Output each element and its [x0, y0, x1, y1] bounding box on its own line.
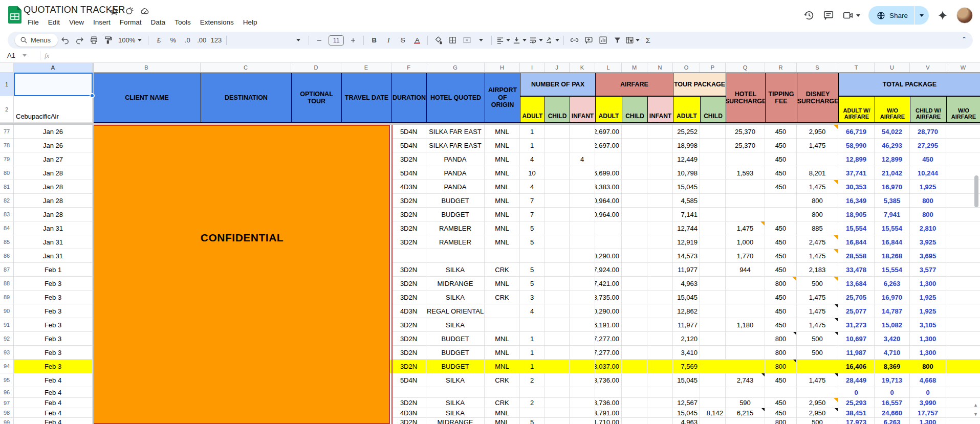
cell-U80[interactable]: 21,042 [875, 166, 910, 180]
cell-H82[interactable]: MNL [485, 194, 520, 208]
cell-A93[interactable]: Feb 3 [14, 346, 93, 360]
cell-A80[interactable]: Jan 28 [14, 166, 93, 180]
cell-L96[interactable] [595, 387, 622, 398]
cell-U93[interactable]: 4,710 [875, 346, 910, 360]
cell-T84[interactable]: 15,554 [838, 221, 875, 235]
menu-extensions[interactable]: Extensions [196, 17, 238, 28]
cell-P85[interactable] [700, 235, 726, 249]
cell-Q79[interactable] [726, 152, 765, 166]
cell-J97[interactable] [545, 398, 570, 408]
cell-T95[interactable]: 28,449 [838, 373, 875, 387]
cell-M85[interactable] [622, 235, 647, 249]
cell-W90[interactable] [946, 304, 980, 318]
cell-K83[interactable] [570, 208, 595, 221]
row-header-86[interactable]: 86 [0, 249, 14, 263]
cell-P81[interactable] [700, 180, 726, 194]
cell-J86[interactable] [545, 249, 570, 263]
approval-status-icon[interactable] [125, 7, 134, 16]
cell-H95[interactable]: CRK [485, 373, 520, 387]
cell-F84[interactable]: 3D2N [391, 221, 426, 235]
cell-N88[interactable] [647, 277, 673, 291]
cell-T90[interactable]: 25,077 [838, 304, 875, 318]
cell-V94[interactable]: 800 [910, 360, 946, 373]
cell-I93[interactable]: 1 [520, 346, 545, 360]
confidential-overlay-shape[interactable] [93, 125, 390, 424]
cell-M84[interactable] [622, 221, 647, 235]
cell-J79[interactable] [545, 152, 570, 166]
cell-P83[interactable] [700, 208, 726, 221]
cell-A90[interactable]: Feb 3 [14, 304, 93, 318]
cell-L97[interactable]: 8,736.00 [595, 398, 622, 408]
cell-J94[interactable] [545, 360, 570, 373]
cell-P86[interactable] [700, 249, 726, 263]
cell-F79[interactable]: 3D2N [391, 152, 426, 166]
share-dropdown[interactable] [914, 6, 929, 25]
row-header-97[interactable]: 97 [0, 398, 14, 408]
text-rotation-button[interactable] [545, 34, 559, 47]
cell-S85[interactable]: 2,475 [797, 235, 838, 249]
cell-N83[interactable] [647, 208, 673, 221]
row-header-91[interactable]: 91 [0, 318, 14, 332]
cell-U94[interactable]: 8,369 [875, 360, 910, 373]
cell-A81[interactable]: Jan 28 [14, 180, 93, 194]
cell-J90[interactable] [545, 304, 570, 318]
italic-button[interactable]: I [382, 34, 395, 47]
merge-caret[interactable] [475, 34, 487, 47]
cell-F93[interactable]: 3D2N [391, 346, 426, 360]
print-button[interactable] [88, 34, 100, 47]
cell-R78[interactable]: 450 [765, 139, 797, 152]
cell-W91[interactable] [946, 318, 980, 332]
cell-J96[interactable] [545, 387, 570, 398]
cell-V80[interactable]: 10,244 [910, 166, 946, 180]
cell-K99[interactable] [570, 418, 595, 424]
cell-T78[interactable]: 58,990 [838, 139, 875, 152]
cell-S88[interactable]: 500 [797, 277, 838, 291]
column-header-U[interactable]: U [875, 63, 910, 73]
cell-K81[interactable] [570, 180, 595, 194]
increase-decimal-button[interactable]: .00 [195, 34, 208, 47]
cell-L85[interactable] [595, 235, 622, 249]
cell-O77[interactable]: 25,252 [673, 125, 700, 139]
cell-O80[interactable]: 10,798 [673, 166, 700, 180]
insert-chart-button[interactable] [597, 34, 609, 47]
comments-icon[interactable] [823, 10, 834, 21]
cell-R84[interactable]: 450 [765, 221, 797, 235]
cell-P96[interactable] [700, 387, 726, 398]
cell-Q95[interactable]: 2,743 [726, 373, 765, 387]
cell-L82[interactable]: 10,964.00 [595, 194, 622, 208]
cell-W79[interactable] [946, 152, 980, 166]
band-header-total-package[interactable]: TOTAL PACKAGE [838, 73, 980, 96]
cell-F89[interactable]: 3D2N [391, 291, 426, 304]
cell-Q86[interactable]: 1,770 [726, 249, 765, 263]
row-header-89[interactable]: 89 [0, 291, 14, 304]
select-all-corner[interactable] [0, 63, 14, 73]
cell-P90[interactable] [700, 304, 726, 318]
cell-L79[interactable] [595, 152, 622, 166]
menu-insert[interactable]: Insert [89, 17, 115, 28]
cell-Q98[interactable]: 6,215 [726, 408, 765, 418]
cell-V91[interactable]: 3,105 [910, 318, 946, 332]
cell-P91[interactable] [700, 318, 726, 332]
column-header-M[interactable]: M [622, 63, 647, 73]
horizontal-align-button[interactable] [496, 34, 510, 47]
cell-A86[interactable]: Jan 31 [14, 249, 93, 263]
row-header-77[interactable]: 77 [0, 125, 14, 139]
cell-G91[interactable]: SILKA [426, 318, 485, 332]
cell-S82[interactable]: 800 [797, 194, 838, 208]
cell-J82[interactable] [545, 194, 570, 208]
cell-G97[interactable]: SILKA [426, 398, 485, 408]
increase-font-size-button[interactable] [347, 34, 359, 47]
cell-M90[interactable] [622, 304, 647, 318]
cell-M78[interactable] [622, 139, 647, 152]
header-E[interactable]: TRAVEL DATE [341, 73, 392, 123]
cell-S81[interactable]: 1,475 [797, 180, 838, 194]
cell-F94[interactable]: 3D2N [391, 360, 426, 373]
header-Q[interactable]: HOTEL SURCHARGE [726, 73, 766, 123]
undo-button[interactable] [59, 34, 71, 47]
cell-K96[interactable] [570, 387, 595, 398]
cell-L93[interactable]: 7,277.00 [595, 346, 622, 360]
cell-V83[interactable]: 800 [910, 208, 946, 221]
column-header-I[interactable]: I [520, 63, 545, 73]
cell-J92[interactable] [545, 332, 570, 346]
cell-O92[interactable]: 2,120 [673, 332, 700, 346]
